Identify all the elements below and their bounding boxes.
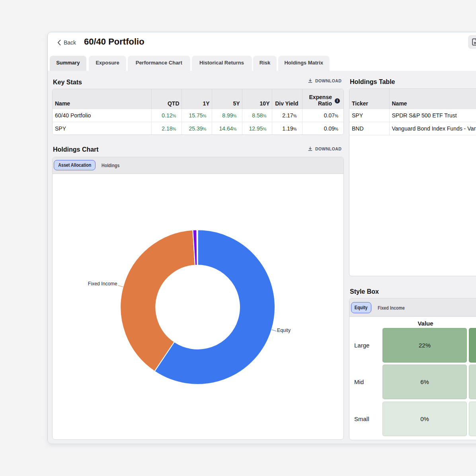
svg-text:Fixed Income: Fixed Income bbox=[88, 281, 117, 287]
svg-text:Equity: Equity bbox=[277, 328, 291, 333]
